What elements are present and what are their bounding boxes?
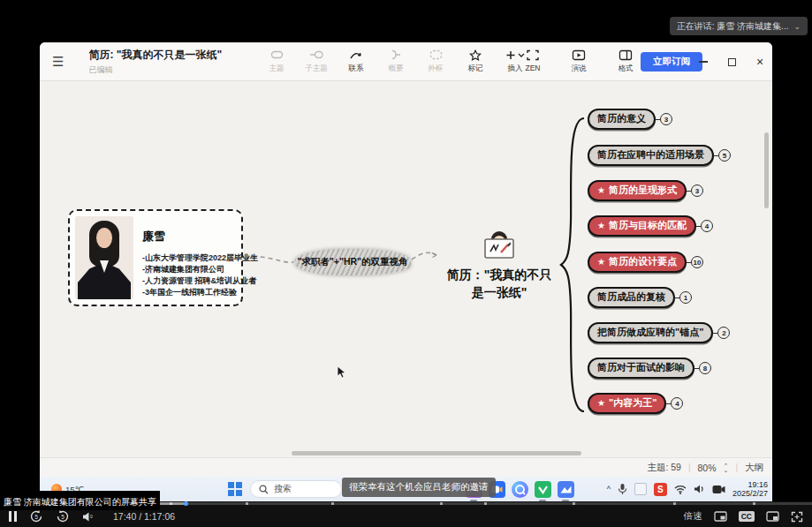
microphone-icon[interactable]: [618, 483, 627, 495]
green-v-app-icon[interactable]: [535, 481, 551, 498]
branch-label: 简历对于面试的影响: [597, 361, 685, 374]
pause-button[interactable]: [9, 511, 17, 522]
collapsed-count-badge[interactable]: 8: [699, 362, 711, 374]
mini-player-icon[interactable]: [766, 511, 779, 522]
document-edited-status: 已编辑: [88, 64, 222, 76]
collapsed-count-badge[interactable]: 10: [691, 256, 703, 268]
wifi-icon[interactable]: [674, 485, 687, 494]
branch-row[interactable]: 简历在应聘中的适用场景 5: [588, 145, 731, 166]
zen-mode-icon: [527, 48, 539, 62]
screen-share-text: 廉雪 济南城建集团有限公司的屏幕共享: [4, 497, 156, 507]
toolbar-label: 主题: [269, 64, 285, 74]
app-status-bar: 主题: 59 | 80% ⌃⌄ | 大纲: [40, 457, 772, 477]
toolbar-relationship-button[interactable]: 联系: [340, 48, 372, 74]
chapter-marker: [331, 502, 334, 505]
collapsed-count-badge[interactable]: 4: [701, 220, 713, 232]
central-topic[interactable]: 简历："我真的不只 是一张纸": [420, 227, 579, 301]
now-speaking-banner[interactable]: 正在讲话: 廉雪 济南城建集... ⌄: [670, 17, 808, 35]
screen-share-label: 廉雪 济南城建集团有限公司的屏幕共享: [0, 491, 160, 510]
sogou-input-icon[interactable]: S: [654, 483, 667, 496]
hamburger-menu-icon[interactable]: ☰: [52, 54, 64, 70]
ime-indicator-icon[interactable]: [634, 483, 647, 495]
profile-line: -人力资源管理 招聘&培训从业者: [142, 275, 258, 287]
toolbar-label: 概要: [389, 64, 404, 74]
branch-row[interactable]: 把简历做成应聘的"锚点" 2: [588, 322, 730, 343]
rewind-5s-button[interactable]: 5: [29, 509, 43, 523]
branch-pill[interactable]: ★简历的呈现形式: [588, 180, 687, 201]
collapsed-count-badge[interactable]: 5: [718, 149, 731, 162]
player-controls-right: 倍速 CC: [684, 510, 803, 523]
camera-icon[interactable]: [712, 485, 725, 494]
chapter-marker: [440, 502, 443, 505]
profile-line: -山东大学管理学院2022届毕业生: [142, 252, 258, 264]
central-topic-label: 简历："我真的不只 是一张纸": [420, 266, 579, 301]
zoom-level[interactable]: 80%: [698, 463, 717, 473]
branch-pill[interactable]: ★简历的设计要点: [588, 252, 687, 273]
horizontal-scrollbar[interactable]: [292, 451, 581, 455]
outline-toggle[interactable]: 大纲: [745, 462, 763, 474]
forward-5s-button[interactable]: 5: [56, 509, 70, 523]
branch-row[interactable]: 简历的意义 3: [588, 109, 672, 130]
branch-row[interactable]: ★简历的呈现形式 3: [588, 180, 703, 201]
xmind-app-icon[interactable]: [558, 481, 574, 498]
star-icon: ★: [597, 221, 605, 230]
toolbar-right: ZEN 演说: [517, 48, 595, 74]
toolbar-format-button[interactable]: 格式: [610, 48, 641, 74]
collapsed-count-badge[interactable]: 3: [691, 184, 703, 197]
separator: |: [688, 463, 691, 472]
playback-speed-button[interactable]: 倍速: [684, 510, 702, 523]
branch-row[interactable]: ★简历的设计要点 10: [588, 252, 703, 273]
minimize-button[interactable]: [698, 56, 709, 67]
close-button[interactable]: ×: [755, 56, 765, 67]
profile-name: 廉雪: [142, 229, 258, 245]
branch-row[interactable]: 简历对于面试的影响 8: [588, 358, 711, 379]
volume-button[interactable]: 0: [82, 511, 95, 523]
toolbar-topic-button[interactable]: 主题: [261, 48, 292, 74]
start-button[interactable]: [228, 482, 242, 496]
toolbar-subtopic-button[interactable]: 子主题: [300, 48, 332, 74]
chapter-marker: [170, 502, 172, 505]
boundary-icon: [429, 48, 443, 62]
branch-label: 把简历做成应聘的"锚点": [597, 326, 703, 339]
toolbar-marker-button[interactable]: 标记: [459, 48, 491, 74]
hidden-icons-caret[interactable]: ^: [607, 485, 611, 493]
quark-browser-icon[interactable]: [512, 481, 528, 498]
branch-pill[interactable]: ★简历与目标的匹配: [588, 215, 696, 237]
chapter-marker: [753, 502, 755, 505]
collapsed-count-badge[interactable]: 4: [671, 397, 683, 410]
chapter-marker: [573, 502, 575, 505]
branch-row[interactable]: ★简历与目标的匹配 4: [588, 215, 713, 237]
branch-pill[interactable]: 简历在应聘中的适用场景: [588, 145, 714, 166]
toolbar-present-button[interactable]: 演说: [563, 48, 595, 74]
mindmap-canvas[interactable]: 廉雪 -山东大学管理学院2022届毕业生 -济南城建集团有限公司 -人力资源管理…: [40, 81, 772, 457]
branch-pill[interactable]: 简历成品的复核: [588, 287, 675, 308]
branch-pill[interactable]: 简历对于面试的影响: [588, 358, 694, 379]
subtitles-cc-button[interactable]: CC: [739, 511, 755, 522]
collapsed-count-badge[interactable]: 3: [660, 113, 672, 125]
branch-row[interactable]: 简历成品的复核 1: [588, 287, 692, 308]
taskbar-search[interactable]: 搜索: [250, 480, 342, 498]
zoom-stepper-icon[interactable]: ⌃⌄: [724, 463, 729, 472]
maximize-button[interactable]: [726, 56, 737, 67]
speaker-icon[interactable]: [694, 484, 705, 494]
profile-card[interactable]: 廉雪 -山东大学管理学院2022届毕业生 -济南城建集团有限公司 -人力资源管理…: [68, 209, 243, 306]
fullscreen-button[interactable]: [791, 511, 803, 523]
progress-playhead[interactable]: [184, 501, 188, 506]
branch-pill[interactable]: 把简历做成应聘的"锚点": [588, 322, 713, 343]
taskbar-clock[interactable]: 19:16 2025/2/27: [732, 480, 768, 498]
floating-topic[interactable]: "求职者"+"HR"的双重视角: [294, 249, 411, 275]
picture-in-picture-icon[interactable]: [714, 511, 727, 522]
branch-pill[interactable]: ★"内容为王": [588, 393, 666, 414]
vertical-scrollbar[interactable]: [764, 132, 769, 208]
branch-pill[interactable]: 简历的意义: [588, 109, 656, 130]
subtopic-icon: [309, 48, 323, 62]
subscribe-button[interactable]: 立即订阅: [641, 52, 702, 72]
collapsed-count-badge[interactable]: 1: [679, 291, 692, 304]
mouse-cursor: [337, 365, 346, 379]
toolbar-zen-button[interactable]: ZEN: [517, 48, 549, 72]
toolbar-summary-button[interactable]: 概要: [380, 48, 412, 74]
collapsed-count-badge[interactable]: 2: [717, 327, 730, 339]
branch-row[interactable]: ★"内容为王" 4: [588, 393, 683, 414]
toolbar-label: 外框: [429, 64, 444, 74]
toolbar-boundary-button[interactable]: 外框: [420, 48, 452, 74]
